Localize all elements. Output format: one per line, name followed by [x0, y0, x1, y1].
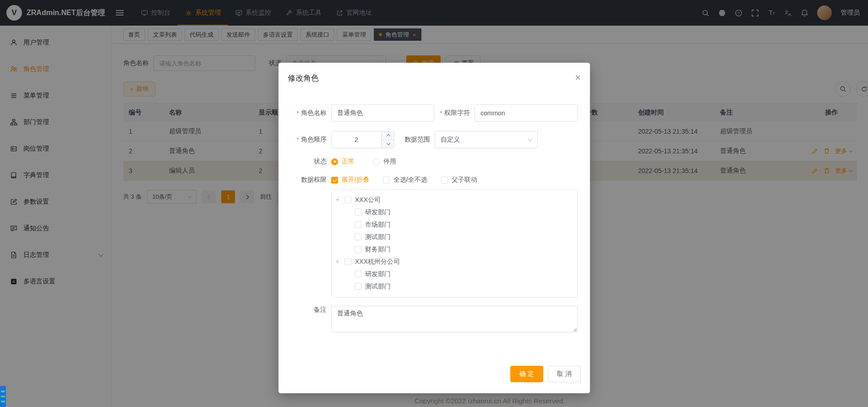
status-label: 状态: [288, 157, 331, 166]
arrow-up-icon: [386, 134, 390, 138]
decrease-button[interactable]: [382, 140, 394, 148]
dialog-footer: 确 定 取 消: [278, 366, 590, 393]
dialog-body: *角色名称 *权限字符 *角色顺序 数据范围: [278, 83, 590, 342]
expand-collapse-checkbox[interactable]: 展开/折叠: [331, 176, 369, 184]
chevron-down-icon: [528, 137, 533, 141]
status-radio-disabled[interactable]: 停用: [373, 157, 396, 166]
data-scope-label: 数据范围: [394, 136, 435, 144]
department-tree: ▾ XXX公司 研发部门 市场部门 测试部门: [331, 190, 578, 298]
tree-checkbox[interactable]: [355, 246, 361, 253]
checkbox-icon: [331, 177, 338, 184]
data-permission-label: 数据权限: [288, 176, 331, 184]
tree-checkbox[interactable]: [344, 258, 351, 265]
tree-checkbox[interactable]: [355, 221, 361, 228]
role-key-label: *权限字符: [434, 109, 475, 117]
corner-indicator[interactable]: [0, 386, 6, 407]
status-radio-group: 正常 停用: [331, 157, 396, 166]
tree-checkbox[interactable]: [355, 209, 361, 216]
tree-node-dept[interactable]: 市场部门: [334, 218, 574, 231]
dialog-header: 修改角色 ×: [278, 63, 590, 83]
role-name-input[interactable]: [331, 104, 434, 122]
radio-icon: [331, 158, 338, 165]
select-all-checkbox[interactable]: 全选/全不选: [383, 176, 427, 184]
tree-node-dept[interactable]: 研发部门: [334, 268, 574, 280]
tree-node-dept[interactable]: 财务部门: [334, 243, 574, 255]
role-order-label: *角色顺序: [288, 136, 331, 144]
checkbox-icon: [441, 177, 448, 184]
role-order-input[interactable]: [332, 131, 381, 148]
caret-down-icon[interactable]: ▾: [336, 197, 344, 203]
edit-role-dialog: 修改角色 × *角色名称 *权限字符 *角色顺序: [278, 63, 590, 393]
tree-checkbox[interactable]: [344, 196, 351, 203]
role-order-stepper: [331, 131, 394, 148]
dialog-close-icon[interactable]: ×: [575, 73, 581, 83]
tree-node-company-1[interactable]: ▾ XXX公司: [334, 194, 574, 206]
checkbox-icon: [383, 177, 390, 184]
tree-node-dept[interactable]: 测试部门: [334, 231, 574, 243]
arrow-down-icon: [386, 141, 390, 145]
data-scope-select[interactable]: 自定义: [435, 131, 538, 148]
cancel-button[interactable]: 取 消: [548, 366, 581, 382]
confirm-button[interactable]: 确 定: [510, 366, 543, 382]
increase-button[interactable]: [382, 131, 394, 140]
tree-checkbox[interactable]: [355, 271, 361, 277]
tree-checkbox[interactable]: [355, 233, 361, 240]
tree-node-dept[interactable]: 测试部门: [334, 280, 574, 293]
dialog-title: 修改角色: [288, 73, 319, 83]
remark-label: 备注: [288, 306, 331, 314]
status-radio-normal[interactable]: 正常: [331, 157, 355, 166]
role-name-label: *角色名称: [288, 109, 331, 117]
role-key-input[interactable]: [475, 104, 578, 122]
remark-textarea[interactable]: 普通角色: [331, 306, 578, 332]
caret-down-icon[interactable]: ▾: [336, 259, 344, 265]
parent-child-link-checkbox[interactable]: 父子联动: [441, 176, 477, 184]
radio-icon: [373, 158, 380, 165]
tree-node-company-2[interactable]: ▾ XXX杭州分公司: [334, 255, 574, 268]
permission-options: 展开/折叠 全选/全不选 父子联动: [331, 176, 477, 184]
tree-checkbox[interactable]: [355, 283, 361, 290]
tree-node-dept[interactable]: 研发部门: [334, 206, 574, 218]
